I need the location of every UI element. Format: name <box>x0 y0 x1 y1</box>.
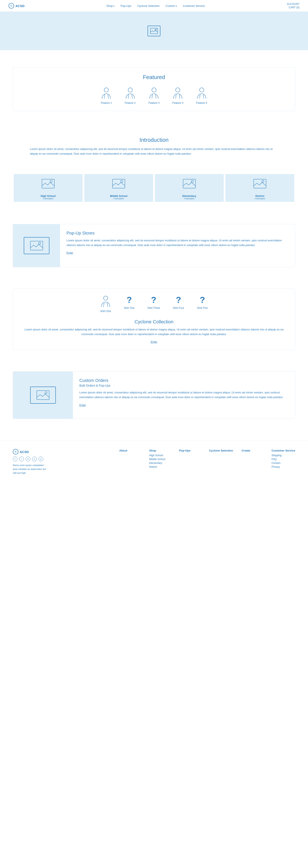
twitter-icon[interactable]: t <box>19 457 24 461</box>
featured-items: Feature 1 Feature 2 Feature 3 <box>22 87 286 104</box>
footer-social-icons: f t in y p <box>13 457 111 461</box>
nav-popups[interactable]: Pop-Ups <box>120 4 131 7</box>
svg-point-18 <box>50 180 52 182</box>
shirt-person-icon <box>100 295 111 308</box>
footer-create-title: Create <box>242 449 263 452</box>
person-icon-3 <box>149 87 159 100</box>
featured-item-3[interactable]: Feature 3 <box>148 87 159 104</box>
featured-item-4[interactable]: Feature 4 <box>172 87 183 104</box>
school-image-elementary <box>155 174 224 193</box>
intro-title: Introduction <box>30 137 278 143</box>
popup-title: Pop-Up Stores <box>66 231 288 236</box>
footer-customer-title: Customer Service <box>272 449 295 452</box>
nav-shop[interactable]: Shop <box>106 4 114 7</box>
featured-label-5: Feature 5 <box>196 101 207 104</box>
svg-line-15 <box>200 94 200 99</box>
shirt-item-3[interactable]: ? Shirt Three <box>147 295 160 313</box>
svg-line-7 <box>132 94 132 99</box>
svg-point-27 <box>104 296 108 300</box>
cyclone-enter-link[interactable]: Enter <box>150 340 157 343</box>
shirt-item-1[interactable]: Shirt One <box>100 295 111 313</box>
footer-customer-privacy[interactable]: Privacy <box>272 465 295 468</box>
svg-point-8 <box>152 88 156 92</box>
featured-item-5[interactable]: Feature 5 <box>196 87 207 104</box>
popup-enter-link[interactable]: Enter <box>66 251 73 254</box>
cart-link[interactable]: CART (0) <box>289 6 300 9</box>
svg-rect-17 <box>42 179 54 188</box>
footer-shop-elementary[interactable]: Elementary <box>149 462 170 465</box>
svg-point-24 <box>262 180 264 182</box>
person-icon-2 <box>125 87 136 100</box>
school-card-district[interactable]: District # itemsation <box>225 174 294 202</box>
logo[interactable]: © ACSD <box>8 3 25 8</box>
school-label-elementary: Elementary <box>183 194 196 197</box>
featured-item-2[interactable]: Feature 2 <box>125 87 136 104</box>
custom-content: Custom Orders Bulk Orders & Pop-Ups Lore… <box>73 372 295 418</box>
svg-rect-30 <box>37 391 49 400</box>
navbar: © ACSD Shop Pop-Ups Cyclone Selection Cu… <box>0 0 308 12</box>
school-image-district <box>225 174 294 193</box>
featured-section: Featured Feature 1 Feature 2 <box>13 67 295 111</box>
shirt-question-3: ? <box>151 295 156 305</box>
footer-col-customer: Customer Service Shipping FAQ Contact Pr… <box>272 449 295 469</box>
footer-shop-middleschool[interactable]: Middle School <box>149 458 170 461</box>
person-icon-4 <box>172 87 183 100</box>
footer-customer-shipping[interactable]: Shipping <box>272 454 295 457</box>
footer-tagline: Nemo enim ipsam voluptatem quia voluptas… <box>13 463 47 475</box>
school-card-elementary[interactable]: Elementary # itemsation <box>155 174 224 202</box>
instagram-icon[interactable]: in <box>26 457 30 461</box>
footer-col-popups: Pop-Ups <box>179 449 200 454</box>
footer-customer-contact[interactable]: Contact <box>272 462 295 465</box>
shirt-items: Shirt One ? Shirt Two ? Shirt Three ? Sh… <box>22 295 286 313</box>
svg-point-11 <box>176 88 180 92</box>
featured-label-1: Feature 1 <box>101 101 112 104</box>
logo-circle: © <box>8 3 14 8</box>
featured-label-2: Feature 2 <box>125 101 136 104</box>
social-icon-5[interactable]: p <box>38 457 43 461</box>
person-icon-5 <box>196 87 207 100</box>
nav-custom[interactable]: Custom <box>166 4 177 7</box>
facebook-icon[interactable]: f <box>13 457 18 461</box>
hero-image <box>147 26 161 36</box>
shirt-item-4[interactable]: ? Shirt Four <box>173 295 184 313</box>
svg-rect-21 <box>183 179 196 188</box>
school-label-high: High School <box>40 194 56 197</box>
footer-shop-district[interactable]: District <box>149 465 170 468</box>
svg-point-1 <box>155 29 156 30</box>
custom-text: Lorem ipsum dolor sit amet, consectetur … <box>79 390 288 400</box>
svg-point-20 <box>121 180 123 182</box>
school-card-middle[interactable]: Middle School # itemsation <box>84 174 153 202</box>
svg-rect-19 <box>112 179 125 188</box>
svg-point-14 <box>200 88 204 92</box>
footer-cyclone-title: Cyclone Selection <box>209 449 233 452</box>
footer-brand: © ACSD f t in y p Nemo enim ipsam volupt… <box>13 449 111 475</box>
school-card-high[interactable]: High School # itemsation <box>14 174 83 202</box>
svg-point-22 <box>191 180 193 182</box>
custom-landscape-icon <box>30 386 56 404</box>
account-link[interactable]: ACCOUNT <box>287 3 300 5</box>
footer-customer-faq[interactable]: FAQ <box>272 458 295 461</box>
nav-customer-service[interactable]: Customer Service <box>183 4 205 7</box>
shirt-question-2: ? <box>127 295 132 305</box>
footer-about-title: About <box>119 449 141 452</box>
cyclone-section: Shirt One ? Shirt Two ? Shirt Three ? Sh… <box>13 288 295 350</box>
shirt-label-1: Shirt One <box>100 310 111 313</box>
shirt-item-2[interactable]: ? Shirt Two <box>124 295 135 313</box>
footer-shop-highschool[interactable]: High School <box>149 454 170 457</box>
custom-section: Custom Orders Bulk Orders & Pop-Ups Lore… <box>13 371 295 419</box>
nav-cyclone[interactable]: Cyclone Selection <box>137 4 160 7</box>
school-sublabel-middle: # itemsation <box>114 197 124 200</box>
svg-line-6 <box>128 94 129 99</box>
shirt-question-4: ? <box>176 295 181 305</box>
school-image-middle <box>84 174 153 193</box>
social-icon-4[interactable]: y <box>32 457 37 461</box>
custom-enter-link[interactable]: Enter <box>79 403 86 407</box>
popup-landscape-icon <box>24 237 49 254</box>
school-image-high <box>14 174 83 193</box>
footer-inner: © ACSD f t in y p Nemo enim ipsam volupt… <box>13 449 295 475</box>
person-icon-1 <box>101 87 112 100</box>
shirt-item-5[interactable]: ? Shirt Five <box>197 295 208 313</box>
svg-line-4 <box>108 94 108 99</box>
featured-item-1[interactable]: Feature 1 <box>101 87 112 104</box>
svg-line-13 <box>179 94 180 99</box>
